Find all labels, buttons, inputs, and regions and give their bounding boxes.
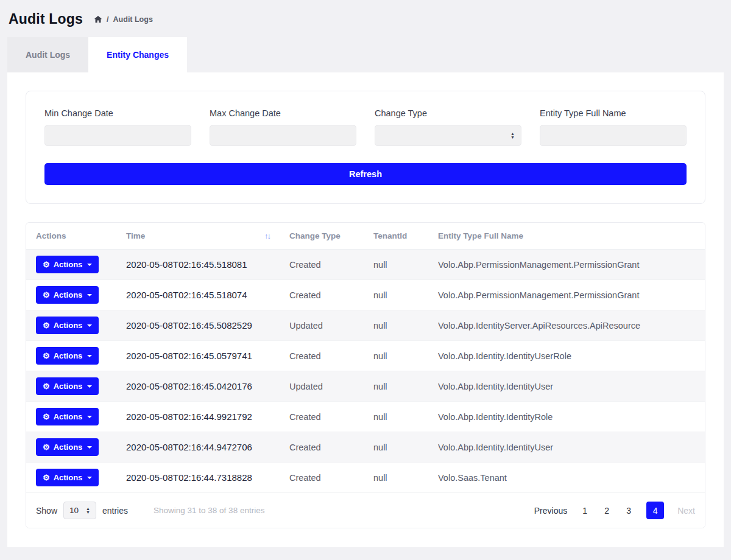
row-actions-button[interactable]: ⚙ Actions bbox=[36, 286, 99, 304]
cell-tenant-id: null bbox=[364, 463, 428, 493]
page-header: Audit Logs / Audit Logs bbox=[0, 0, 731, 33]
home-icon[interactable] bbox=[94, 15, 102, 24]
cell-actions: ⚙ Actions bbox=[26, 250, 116, 280]
max-change-date-label: Max Change Date bbox=[210, 108, 356, 118]
header-tenant-id: TenantId bbox=[364, 223, 428, 250]
pagination-next[interactable]: Next bbox=[677, 506, 695, 516]
row-actions-label: Actions bbox=[54, 351, 83, 360]
cell-time: 2020-05-08T02:16:44.9472706 bbox=[116, 432, 280, 463]
row-actions-button[interactable]: ⚙ Actions bbox=[36, 469, 99, 486]
cell-entity-type: Volo.Abp.Identity.IdentityUser bbox=[428, 432, 705, 463]
max-change-date-input[interactable] bbox=[210, 125, 356, 146]
entries-label: entries bbox=[102, 506, 128, 516]
cell-time: 2020-05-08T02:16:45.518074 bbox=[116, 280, 280, 310]
cell-entity-type: Volo.Saas.Tenant bbox=[428, 463, 705, 493]
change-type-select[interactable] bbox=[375, 125, 521, 146]
gear-icon: ⚙ bbox=[43, 321, 50, 329]
cell-change-type: Updated bbox=[280, 371, 364, 402]
pagination-page[interactable]: 1 bbox=[581, 506, 589, 516]
page-size-value: 10 bbox=[69, 506, 79, 515]
page-size-select[interactable]: 10 bbox=[63, 502, 96, 519]
caret-down-icon bbox=[87, 477, 92, 479]
filter-card: Min Change Date Max Change Date Change T… bbox=[26, 91, 705, 204]
cell-time: 2020-05-08T02:16:45.0420176 bbox=[116, 371, 280, 402]
cell-tenant-id: null bbox=[364, 371, 428, 402]
cell-time: 2020-05-08T02:16:44.7318828 bbox=[116, 463, 280, 493]
table-row: ⚙ Actions 2020-05-08T02:16:45.0579741 Cr… bbox=[26, 341, 705, 371]
updown-arrows-icon bbox=[510, 132, 515, 139]
cell-entity-type: Volo.Abp.Identity.IdentityUserRole bbox=[428, 341, 705, 371]
sort-icon[interactable]: ↑↓ bbox=[264, 231, 270, 240]
page-size-group: Show 10 entries bbox=[36, 502, 128, 519]
row-actions-label: Actions bbox=[54, 473, 83, 482]
pagination-page[interactable]: 4 bbox=[646, 502, 664, 519]
min-change-date-input[interactable] bbox=[44, 125, 191, 146]
row-actions-button[interactable]: ⚙ Actions bbox=[36, 438, 99, 456]
cell-change-type: Updated bbox=[280, 310, 364, 341]
cell-tenant-id: null bbox=[364, 280, 428, 310]
gear-icon: ⚙ bbox=[43, 474, 50, 481]
cell-actions: ⚙ Actions bbox=[26, 432, 116, 463]
cell-actions: ⚙ Actions bbox=[26, 280, 116, 310]
header-time[interactable]: Time ↑↓ bbox=[116, 223, 280, 250]
gear-icon: ⚙ bbox=[43, 443, 50, 451]
row-actions-button[interactable]: ⚙ Actions bbox=[36, 377, 99, 395]
showing-entries-text: Showing 31 to 38 of 38 entries bbox=[154, 506, 264, 515]
gear-icon: ⚙ bbox=[43, 261, 50, 268]
caret-down-icon bbox=[87, 355, 92, 357]
change-type-group: Change Type bbox=[375, 108, 521, 146]
cell-change-type: Created bbox=[280, 463, 364, 493]
entity-changes-panel: Min Change Date Max Change Date Change T… bbox=[7, 72, 724, 547]
row-actions-label: Actions bbox=[54, 412, 83, 421]
cell-actions: ⚙ Actions bbox=[26, 310, 116, 341]
table-row: ⚙ Actions 2020-05-08T02:16:45.5082529 Up… bbox=[26, 310, 705, 341]
header-entity-type: Entity Type Full Name bbox=[428, 223, 705, 250]
table-row: ⚙ Actions 2020-05-08T02:16:44.9472706 Cr… bbox=[26, 432, 705, 463]
cell-time: 2020-05-08T02:16:45.518081 bbox=[116, 250, 280, 280]
header-change-type: Change Type bbox=[280, 223, 364, 250]
pagination-previous[interactable]: Previous bbox=[534, 506, 567, 516]
row-actions-button[interactable]: ⚙ Actions bbox=[36, 317, 99, 334]
max-change-date-group: Max Change Date bbox=[210, 108, 356, 146]
cell-entity-type: Volo.Abp.PermissionManagement.Permission… bbox=[428, 280, 705, 310]
header-actions: Actions bbox=[26, 223, 116, 250]
breadcrumb: / Audit Logs bbox=[94, 15, 153, 24]
cell-actions: ⚙ Actions bbox=[26, 402, 116, 432]
gear-icon: ⚙ bbox=[43, 413, 50, 421]
table-card: Actions Time ↑↓ Change Type TenantId Ent… bbox=[26, 222, 705, 528]
table-row: ⚙ Actions 2020-05-08T02:16:44.9921792 Cr… bbox=[26, 402, 705, 432]
caret-down-icon bbox=[87, 264, 92, 266]
cell-tenant-id: null bbox=[364, 341, 428, 371]
table-row: ⚙ Actions 2020-05-08T02:16:44.7318828 Cr… bbox=[26, 463, 705, 493]
tab-audit-logs[interactable]: Audit Logs bbox=[7, 37, 88, 72]
row-actions-label: Actions bbox=[54, 260, 83, 269]
cell-time: 2020-05-08T02:16:45.0579741 bbox=[116, 341, 280, 371]
updown-arrows-icon bbox=[86, 507, 90, 514]
breadcrumb-separator: / bbox=[107, 15, 108, 24]
row-actions-label: Actions bbox=[54, 321, 83, 330]
row-actions-label: Actions bbox=[54, 382, 83, 391]
pagination-page[interactable]: 2 bbox=[602, 506, 611, 516]
row-actions-button[interactable]: ⚙ Actions bbox=[36, 408, 99, 425]
entity-type-input[interactable] bbox=[540, 125, 687, 146]
cell-entity-type: Volo.Abp.PermissionManagement.Permission… bbox=[428, 250, 705, 280]
entity-changes-table: Actions Time ↑↓ Change Type TenantId Ent… bbox=[26, 223, 705, 493]
pagination: Previous 1234 Next bbox=[534, 502, 695, 519]
caret-down-icon bbox=[87, 385, 92, 388]
cell-change-type: Created bbox=[280, 341, 364, 371]
refresh-button[interactable]: Refresh bbox=[44, 163, 687, 185]
breadcrumb-current: Audit Logs bbox=[113, 15, 153, 24]
cell-entity-type: Volo.Abp.Identity.IdentityRole bbox=[428, 402, 705, 432]
table-body: ⚙ Actions 2020-05-08T02:16:45.518081 Cre… bbox=[26, 250, 705, 493]
pagination-page[interactable]: 3 bbox=[624, 506, 633, 516]
page-title: Audit Logs bbox=[9, 11, 83, 27]
row-actions-button[interactable]: ⚙ Actions bbox=[36, 347, 99, 365]
table-row: ⚙ Actions 2020-05-08T02:16:45.0420176 Up… bbox=[26, 371, 705, 402]
cell-tenant-id: null bbox=[364, 310, 428, 341]
entity-type-group: Entity Type Full Name bbox=[540, 108, 687, 146]
row-actions-button[interactable]: ⚙ Actions bbox=[36, 256, 99, 273]
cell-change-type: Created bbox=[280, 280, 364, 310]
min-change-date-group: Min Change Date bbox=[44, 108, 191, 146]
tab-bar: Audit Logs Entity Changes bbox=[0, 37, 731, 72]
tab-entity-changes[interactable]: Entity Changes bbox=[88, 37, 187, 72]
